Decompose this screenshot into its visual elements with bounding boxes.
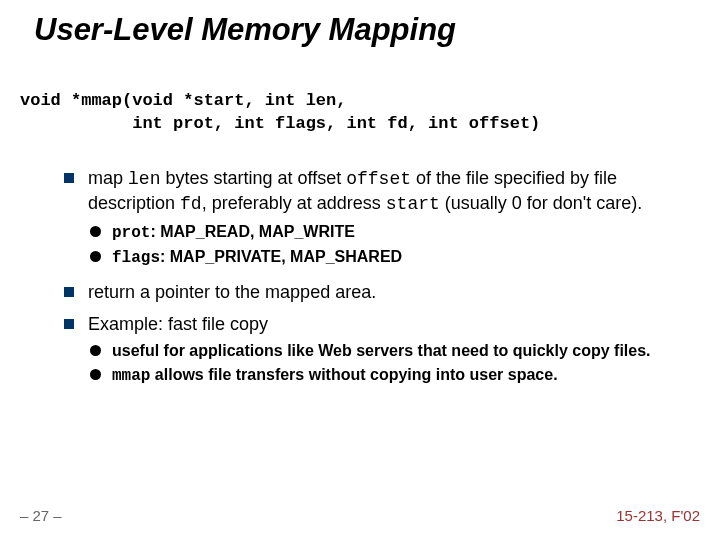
text-useful: useful for applications like Web servers… [112,342,651,359]
text-prot-vals: : MAP_READ, MAP_WRITE [150,223,354,240]
slide: User-Level Memory Mapping void *mmap(voi… [0,0,720,540]
text-example: Example: fast file copy [88,314,268,334]
text-mid1: bytes starting at offset [160,168,346,188]
course-label: 15-213, F'02 [616,507,700,524]
bullet-list: map len bytes starting at offset offset … [60,166,700,388]
code-line-2: int prot, int flags, int fd, int offset) [20,114,540,133]
text-return: return a pointer to the mapped area. [88,282,376,302]
bullet-example: Example: fast file copy useful for appli… [60,312,700,387]
code-prot: prot [112,224,150,242]
sub-prot: prot: MAP_READ, MAP_WRITE [88,221,700,245]
text-post: (usually 0 for don't care). [440,193,643,213]
sub-useful: useful for applications like Web servers… [88,340,700,362]
code-flags: flags [112,249,160,267]
sub-mmap-transfer: mmap allows file transfers without copyi… [88,364,700,388]
bullet-return: return a pointer to the mapped area. [60,280,700,304]
code-fd: fd [180,194,202,214]
code-start: start [386,194,440,214]
text-transfer: allows file transfers without copying in… [150,366,557,383]
slide-title: User-Level Memory Mapping [34,12,456,48]
code-offset: offset [346,169,411,189]
text-flags-vals: : MAP_PRIVATE, MAP_SHARED [160,248,402,265]
code-mmap: mmap [112,367,150,385]
sub-flags: flags: MAP_PRIVATE, MAP_SHARED [88,246,700,270]
body-content: map len bytes starting at offset offset … [60,166,700,398]
code-line-1: void *mmap(void *start, int len, [20,91,346,110]
code-len: len [128,169,160,189]
sub-list-params: prot: MAP_READ, MAP_WRITE flags: MAP_PRI… [88,221,700,270]
sub-list-example: useful for applications like Web servers… [88,340,700,387]
text-map: map [88,168,128,188]
page-number: – 27 – [20,507,62,524]
code-signature: void *mmap(void *start, int len, int pro… [20,90,540,136]
text-mid3: , preferably at address [202,193,386,213]
bullet-map-description: map len bytes starting at offset offset … [60,166,700,270]
